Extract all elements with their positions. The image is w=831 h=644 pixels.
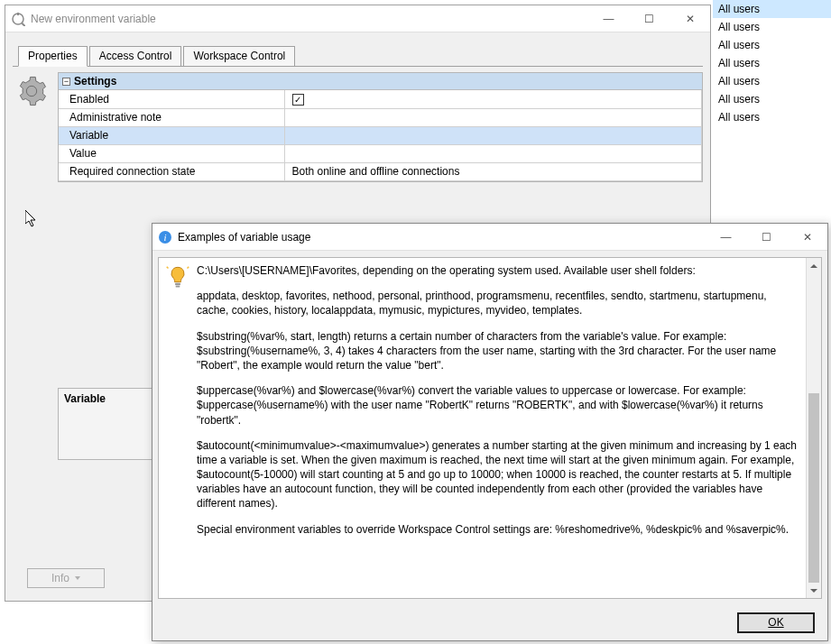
grid-section-title: Settings [74, 75, 116, 87]
lightbulb-icon [159, 258, 197, 598]
svg-line-9 [188, 267, 189, 269]
help-content-area: C:\Users\[USERNAME]\Favorites, depending… [158, 257, 822, 599]
ok-button[interactable]: OK [737, 612, 815, 633]
scroll-down-button[interactable] [807, 583, 821, 598]
svg-rect-1 [17, 13, 19, 15]
scroll-thumb[interactable] [808, 393, 819, 583]
help-paragraph: $uppercase(%var%) and $lowercase(%var%) … [197, 383, 800, 428]
tab-access-control[interactable]: Access Control [89, 46, 182, 66]
properties-grid[interactable]: − Settings Enabled ✓ Administrative note… [58, 72, 703, 182]
tab-properties[interactable]: Properties [18, 46, 88, 67]
help-close-button[interactable]: ✕ [787, 224, 827, 251]
tab-workspace-control[interactable]: Workspace Control [183, 46, 295, 66]
minimize-button[interactable]: — [588, 5, 629, 32]
arrow-up-icon [810, 264, 817, 268]
side-list-item[interactable]: All users [713, 72, 831, 90]
grid-row-value[interactable]: Value [59, 144, 702, 162]
help-paragraph: Special environment variables to overrid… [197, 522, 800, 537]
grid-section-header[interactable]: − Settings [59, 73, 702, 90]
side-list-item[interactable]: All users [713, 90, 831, 108]
svg-rect-6 [176, 286, 180, 288]
tab-divider [13, 66, 703, 67]
grid-row-variable[interactable]: Variable [59, 126, 702, 144]
grid-key: Variable [59, 126, 284, 144]
help-text: C:\Users\[USERNAME]\Favorites, depending… [197, 258, 806, 598]
help-paragraph: $autocount(<minimumvalue>-<maximumvalue>… [197, 438, 800, 511]
side-list-item[interactable]: All users [713, 0, 831, 18]
grid-val[interactable]: ✓ [284, 90, 702, 108]
help-maximize-button[interactable]: ☐ [746, 224, 787, 251]
side-list-item[interactable]: All users [713, 18, 831, 36]
main-title: New environment variable [31, 13, 588, 25]
help-footer: OK [152, 604, 827, 640]
main-titlebar[interactable]: New environment variable — ☐ ✕ [5, 5, 710, 32]
help-paragraph: appdata, desktop, favorites, nethood, pe… [197, 289, 800, 317]
gear-icon [13, 72, 51, 182]
envvar-icon [11, 12, 25, 26]
grid-key: Value [59, 144, 284, 162]
info-button-label: Info [51, 572, 69, 584]
grid-key: Administrative note [59, 108, 284, 126]
grid-val[interactable] [284, 126, 702, 144]
info-icon: i [158, 230, 172, 244]
scroll-up-button[interactable] [807, 258, 821, 273]
side-list-item[interactable]: All users [713, 36, 831, 54]
grid-val[interactable]: Both online and offline connections [284, 162, 702, 180]
grid-val[interactable] [284, 108, 702, 126]
help-paragraph: $substring(%var%, start, length) returns… [197, 329, 800, 373]
chevron-down-icon [75, 576, 80, 580]
scrollbar[interactable] [806, 258, 821, 598]
svg-text:i: i [163, 232, 166, 243]
grid-row-connection-state[interactable]: Required connection state Both online an… [59, 162, 702, 180]
help-paragraph: C:\Users\[USERNAME]\Favorites, depending… [197, 263, 800, 278]
grid-row-admin-note[interactable]: Administrative note [59, 108, 702, 126]
side-list-item[interactable]: All users [713, 54, 831, 72]
grid-val[interactable] [284, 144, 702, 162]
close-button[interactable]: ✕ [669, 5, 710, 32]
help-dialog: i Examples of variable usage — ☐ ✕ C:\Us… [152, 223, 828, 641]
svg-rect-5 [175, 283, 180, 285]
grid-key: Required connection state [59, 162, 284, 180]
grid-key: Enabled [59, 90, 284, 108]
arrow-down-icon [810, 589, 817, 593]
grid-row-enabled[interactable]: Enabled ✓ [59, 90, 702, 108]
info-button: Info [27, 568, 105, 588]
tab-strip: Properties Access Control Workspace Cont… [18, 46, 703, 66]
collapse-icon[interactable]: − [62, 78, 70, 86]
help-titlebar[interactable]: i Examples of variable usage — ☐ ✕ [152, 224, 827, 251]
help-minimize-button[interactable]: — [706, 224, 746, 251]
enabled-checkbox[interactable]: ✓ [292, 94, 304, 106]
maximize-button[interactable]: ☐ [629, 5, 669, 32]
side-list-item[interactable]: All users [713, 108, 831, 126]
help-title: Examples of variable usage [178, 231, 706, 244]
svg-line-8 [167, 267, 169, 269]
